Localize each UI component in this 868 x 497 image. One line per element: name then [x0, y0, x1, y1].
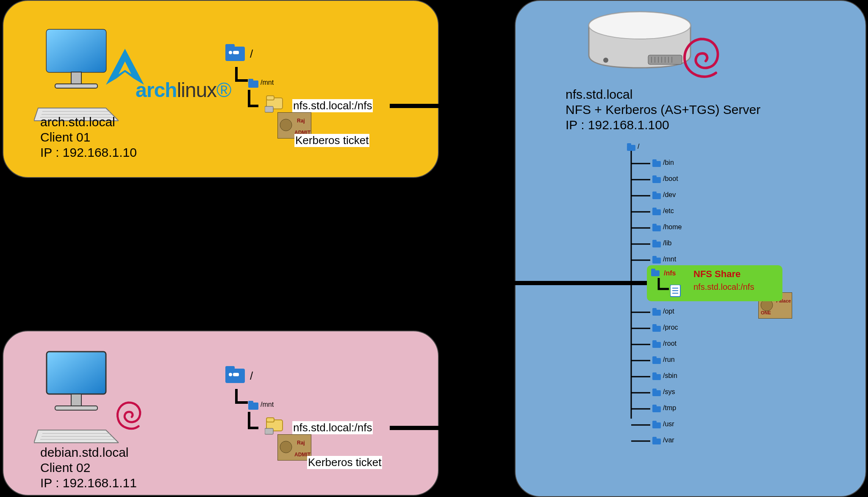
file-icon: [670, 285, 681, 297]
svg-rect-108: [651, 270, 660, 276]
svg-rect-109: [651, 269, 655, 271]
nfs-share-path: nfs.std.local:/nfs: [693, 282, 754, 292]
mini-folder-icon: [651, 269, 660, 276]
connector-lines: [0, 0, 868, 497]
nfs-share-box: /nfs NFS Share nfs.std.local:/nfs: [647, 265, 782, 301]
nfs-folder-label: /nfs: [664, 269, 676, 277]
nfs-share-title: NFS Share: [693, 269, 740, 280]
